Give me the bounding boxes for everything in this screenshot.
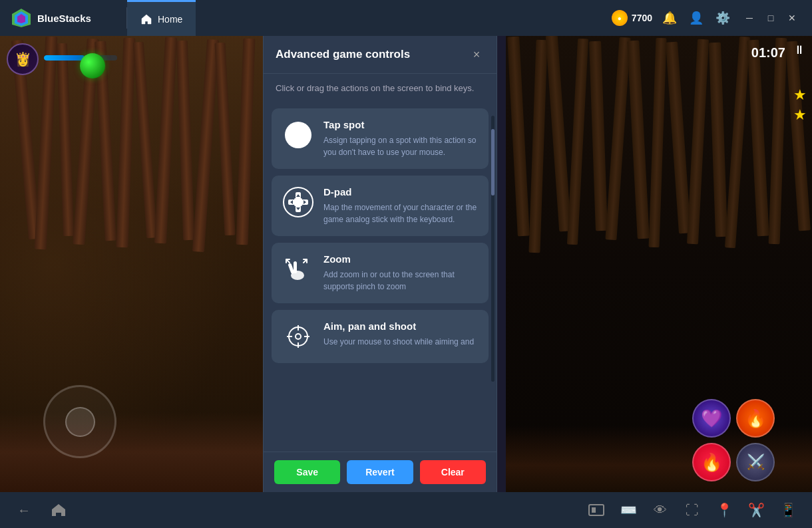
zoom-icon	[282, 253, 314, 285]
dpad-info: D-pad Map the movement of your character…	[323, 186, 478, 225]
home-icon	[140, 13, 152, 25]
svg-rect-10	[294, 198, 302, 206]
save-button[interactable]: Save	[274, 460, 340, 484]
panel-title: Advanced game controls	[276, 48, 410, 61]
eye-icon[interactable]: 👁	[650, 499, 671, 521]
location-icon[interactable]: 📍	[713, 499, 735, 521]
app-name: BlueStacks	[37, 13, 91, 24]
aim-icon	[282, 321, 314, 352]
scrollbar-track	[491, 116, 495, 382]
scrollbar-thumb[interactable]	[491, 129, 495, 196]
aim-pan-shoot-item[interactable]: Aim, pan and shoot Use your mouse to sho…	[272, 310, 489, 363]
bluestacks-logo-icon	[11, 7, 32, 29]
clear-button[interactable]: Clear	[420, 460, 486, 484]
zoom-item[interactable]: Zoom Add zoom in or out to the screen th…	[272, 243, 489, 303]
joystick	[43, 385, 116, 458]
advanced-game-controls-panel: Advanced game controls × Click or drag t…	[263, 36, 497, 492]
dpad-icon	[282, 186, 314, 218]
coins-amount: 7700	[632, 13, 652, 23]
game-background-right: ⏸ 01:07 ★ ★ 💜 🔥 🔥 ⚔️	[506, 0, 812, 528]
phone-icon[interactable]: 📱	[777, 499, 799, 521]
game-background-left: 👸	[0, 0, 266, 528]
top-bar: BlueStacks Home ● 7700 🔔 👤 ⚙️ ─ □ ✕	[0, 0, 812, 36]
settings-icon[interactable]: ⚙️	[713, 9, 732, 27]
panel-subtitle: Click or drag the actions on the screen …	[264, 74, 497, 103]
controls-list: Tap spot Assign tapping on a spot with t…	[264, 103, 497, 452]
tap-spot-item[interactable]: Tap spot Assign tapping on a spot with t…	[272, 108, 489, 169]
home-tab[interactable]: Home	[127, 0, 196, 36]
close-window-button[interactable]: ✕	[783, 9, 801, 27]
keyboard-icon[interactable]: ⌨️	[618, 499, 639, 521]
minimize-button[interactable]: ─	[740, 9, 759, 27]
svg-point-15	[296, 334, 301, 339]
fullscreen-icon[interactable]: ⛶	[682, 499, 703, 521]
svg-rect-3	[589, 505, 604, 515]
dpad-name: D-pad	[323, 186, 478, 198]
coin-icon: ●	[612, 10, 628, 26]
bottom-bar: ← ⌨️ 👁 ⛶ 📍 ✂️ 📱	[0, 492, 812, 528]
dpad-item[interactable]: D-pad Map the movement of your character…	[272, 176, 489, 236]
tap-spot-icon	[282, 119, 314, 151]
zoom-desc: Add zoom in or out to the screen that su…	[323, 269, 478, 293]
coins-display: ● 7700	[612, 10, 652, 26]
revert-button[interactable]: Revert	[347, 460, 413, 484]
profile-icon[interactable]: 👤	[687, 9, 706, 27]
tap-spot-name: Tap spot	[323, 119, 478, 130]
screen-toggle-icon[interactable]	[586, 499, 607, 521]
bluestacks-logo: BlueStacks	[0, 7, 126, 29]
svg-rect-13	[294, 261, 297, 273]
notification-icon[interactable]: 🔔	[660, 9, 679, 27]
green-orb	[80, 53, 105, 78]
tap-spot-info: Tap spot Assign tapping on a spot with t…	[323, 119, 478, 158]
panel-footer: Save Revert Clear	[264, 452, 497, 492]
maximize-button[interactable]: □	[761, 9, 780, 27]
scissors-icon[interactable]: ✂️	[745, 499, 767, 521]
aim-pan-shoot-info: Aim, pan and shoot Use your mouse to sho…	[323, 321, 478, 348]
svg-rect-4	[592, 507, 596, 513]
panel-header: Advanced game controls ×	[264, 36, 497, 74]
dpad-desc: Map the movement of your character or th…	[323, 201, 478, 225]
zoom-info: Zoom Add zoom in or out to the screen th…	[323, 253, 478, 293]
zoom-name: Zoom	[323, 253, 478, 265]
tap-spot-desc: Assign tapping on a spot with this actio…	[323, 134, 478, 158]
aim-pan-shoot-desc: Use your mouse to shoot while aiming and	[323, 336, 478, 348]
aim-pan-shoot-name: Aim, pan and shoot	[323, 321, 478, 332]
back-button[interactable]: ←	[13, 499, 35, 521]
home-tab-label: Home	[158, 14, 182, 25]
home-button[interactable]	[48, 499, 69, 521]
close-panel-button[interactable]: ×	[469, 47, 485, 63]
